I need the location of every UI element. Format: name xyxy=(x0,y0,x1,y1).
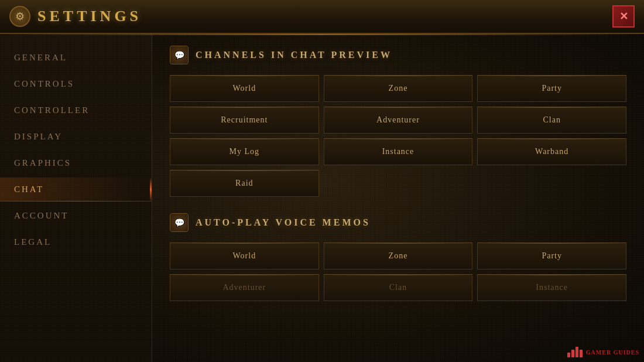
channel-btn-warband[interactable]: Warband xyxy=(477,138,626,165)
channel-btn-clan[interactable]: Clan xyxy=(477,107,626,134)
sidebar-item-general[interactable]: GENERAL xyxy=(0,46,152,70)
watermark-text: GAMER GUIDES xyxy=(586,349,639,356)
auto-play-btn-instance[interactable]: Instance xyxy=(477,274,626,301)
channels-preview-title: CHANNELS IN CHAT PREVIEW xyxy=(196,50,392,60)
auto-play-btn-clan[interactable]: Clan xyxy=(324,274,473,301)
auto-play-btn-world[interactable]: World xyxy=(170,243,319,269)
auto-play-grid: World Zone Party Adventurer Clan Instanc… xyxy=(170,243,626,301)
channels-preview-grid: World Zone Party Recruitment Adventurer … xyxy=(170,75,626,197)
sidebar-item-controller[interactable]: CONTROLLER xyxy=(0,98,152,122)
channel-btn-zone[interactable]: Zone xyxy=(324,75,473,102)
voice-memo-icon: 💬 xyxy=(174,218,184,228)
sidebar: GENERAL CONTROLS CONTROLLER DISPLAY GRAP… xyxy=(0,34,152,362)
settings-gear-icon: ⚙ xyxy=(9,6,30,27)
sidebar-item-display[interactable]: DISPLAY xyxy=(0,125,152,149)
body: GENERAL CONTROLS CONTROLLER DISPLAY GRAP… xyxy=(0,34,644,362)
sidebar-item-chat[interactable]: CHAT xyxy=(0,177,152,202)
header-title: SETTINGS xyxy=(37,8,142,25)
app-container: ⚙ SETTINGS ✕ GENERAL CONTROLS CONTROLLER… xyxy=(0,0,644,362)
auto-play-icon: 💬 xyxy=(170,213,189,232)
auto-play-header: 💬 AUTO-PLAY VOICE MEMOS xyxy=(170,213,626,232)
main-content: 💬 CHANNELS IN CHAT PREVIEW World Zone Pa… xyxy=(152,34,644,362)
auto-play-btn-party[interactable]: Party xyxy=(477,243,626,269)
header-left: ⚙ SETTINGS xyxy=(9,6,142,27)
channel-btn-instance[interactable]: Instance xyxy=(324,138,473,165)
logo-bar-3 xyxy=(576,347,578,357)
close-button[interactable]: ✕ xyxy=(612,5,635,28)
channels-preview-section: 💬 CHANNELS IN CHAT PREVIEW World Zone Pa… xyxy=(170,46,626,197)
sidebar-item-account[interactable]: ACCOUNT xyxy=(0,204,152,228)
channel-btn-party[interactable]: Party xyxy=(477,75,626,102)
auto-play-btn-adventurer[interactable]: Adventurer xyxy=(170,274,319,301)
sidebar-item-controls[interactable]: CONTROLS xyxy=(0,72,152,96)
watermark: GAMER GUIDES xyxy=(567,347,639,357)
channels-icon: 💬 xyxy=(170,46,189,64)
gear-icon: ⚙ xyxy=(15,10,25,23)
channel-btn-raid[interactable]: Raid xyxy=(170,170,319,197)
chat-bubble-icon: 💬 xyxy=(174,50,184,60)
channel-btn-adventurer[interactable]: Adventurer xyxy=(324,107,473,134)
sidebar-item-graphics[interactable]: GRAPHICS xyxy=(0,151,152,175)
auto-play-btn-zone[interactable]: Zone xyxy=(324,243,473,269)
watermark-logo xyxy=(567,347,583,357)
auto-play-section: 💬 AUTO-PLAY VOICE MEMOS World Zone Party… xyxy=(170,213,626,301)
channel-btn-mylog[interactable]: My Log xyxy=(170,138,319,165)
sidebar-item-legal[interactable]: LEGAL xyxy=(0,230,152,254)
header: ⚙ SETTINGS ✕ xyxy=(0,0,644,34)
channel-btn-recruitment[interactable]: Recruitment xyxy=(170,107,319,134)
logo-bar-4 xyxy=(580,350,583,357)
logo-bar-1 xyxy=(567,353,570,357)
logo-bar-2 xyxy=(571,350,574,357)
channel-btn-world[interactable]: World xyxy=(170,75,319,102)
auto-play-title: AUTO-PLAY VOICE MEMOS xyxy=(196,217,371,228)
channels-preview-header: 💬 CHANNELS IN CHAT PREVIEW xyxy=(170,46,626,64)
active-glow-line xyxy=(0,201,152,202)
